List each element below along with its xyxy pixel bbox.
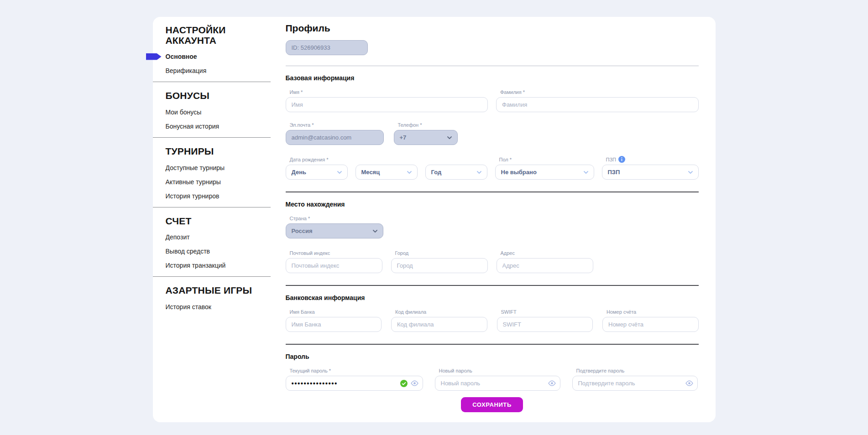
phone-field-group: Телефон * +7 bbox=[394, 122, 458, 145]
phone-label: Телефон * bbox=[398, 122, 458, 128]
city-label: Город bbox=[395, 250, 488, 256]
branch-code-field-group: Код филиала bbox=[391, 309, 487, 332]
eye-icon[interactable] bbox=[411, 380, 418, 386]
gender-field-group: Пол * Не выбрано bbox=[495, 156, 594, 180]
sidebar-item-label: Депозит bbox=[166, 233, 190, 241]
country-select: Россия bbox=[286, 223, 383, 238]
last-name-input[interactable] bbox=[496, 97, 699, 112]
new-password-field-group: Новый пароль bbox=[435, 368, 560, 391]
sidebar-group-title: ТУРНИРЫ bbox=[166, 146, 271, 157]
phone-code-value: +7 bbox=[400, 134, 407, 141]
address-label: Адрес bbox=[501, 250, 593, 256]
sidebar-divider bbox=[153, 207, 271, 207]
confirm-password-field-group: Подтвердите пароль bbox=[572, 368, 698, 391]
first-name-label: Имя * bbox=[290, 89, 488, 95]
gender-select[interactable]: Не выбрано bbox=[495, 165, 594, 180]
first-name-input[interactable] bbox=[286, 97, 488, 112]
chevron-down-icon bbox=[407, 171, 412, 174]
branch-code-input[interactable] bbox=[391, 317, 487, 332]
postal-code-field-group: Почтовый индекс bbox=[286, 250, 382, 273]
swift-input[interactable] bbox=[497, 317, 593, 332]
swift-label: SWIFT bbox=[501, 309, 593, 315]
eye-icon[interactable] bbox=[685, 380, 693, 386]
sidebar-item-label: Бонусная история bbox=[166, 123, 220, 130]
birth-day-field-group: Дата рождения * День bbox=[286, 156, 348, 180]
sidebar-group-title: АЗАРТНЫЕ ИГРЫ bbox=[166, 285, 271, 296]
birth-month-value: Месяц bbox=[361, 169, 380, 176]
birth-year-select[interactable]: Год bbox=[425, 165, 487, 180]
confirm-password-label: Подтвердите пароль bbox=[576, 368, 698, 373]
branch-code-label: Код филиала bbox=[395, 309, 487, 315]
current-password-label: Текущий пароль * bbox=[290, 368, 423, 373]
info-icon[interactable] bbox=[618, 156, 625, 163]
country-value: Россия bbox=[292, 228, 313, 234]
sidebar-item-verification[interactable]: Верификация bbox=[166, 67, 271, 74]
sidebar-item-label: Верификация bbox=[166, 67, 207, 74]
postal-code-label: Почтовый индекс bbox=[290, 250, 382, 256]
last-name-field-group: Фамилия * bbox=[496, 89, 699, 112]
sidebar-item-label: Доступные турниры bbox=[166, 164, 225, 171]
section-divider bbox=[286, 285, 699, 286]
pep-label: ПЗП bbox=[606, 157, 616, 162]
gender-value: Не выбрано bbox=[501, 169, 537, 176]
sidebar-group-bonuses: БОНУСЫ Мои бонусы Бонусная история bbox=[153, 91, 271, 129]
section-title-basic-info: Базовая информация bbox=[286, 74, 699, 82]
pep-field-group: ПЗП ПЗП bbox=[602, 156, 699, 180]
sidebar-group-gambling: АЗАРТНЫЕ ИГРЫ История ставок bbox=[153, 285, 271, 310]
sidebar-item-tournament-history[interactable]: История турниров bbox=[166, 193, 271, 199]
section-title-password: Пароль bbox=[286, 353, 699, 360]
birth-year-field-group: Год bbox=[425, 156, 487, 180]
sidebar-item-bonus-history[interactable]: Бонусная история bbox=[166, 123, 271, 129]
gender-label: Пол * bbox=[499, 156, 594, 162]
chevron-down-icon bbox=[477, 171, 481, 174]
email-label: Эл.почта * bbox=[290, 122, 384, 128]
pep-select[interactable]: ПЗП bbox=[602, 165, 699, 180]
section-divider bbox=[286, 66, 699, 66]
sidebar-item-withdrawal[interactable]: Вывод средств bbox=[166, 248, 271, 254]
sidebar-item-label: Основное bbox=[166, 53, 197, 60]
confirm-password-input[interactable] bbox=[572, 376, 698, 391]
birth-day-select[interactable]: День bbox=[286, 165, 348, 180]
save-button[interactable]: СОХРАНИТЬ bbox=[461, 397, 523, 412]
section-title-location: Место нахождения bbox=[286, 201, 699, 208]
account-number-input[interactable] bbox=[602, 317, 699, 332]
sidebar: НАСТРОЙКИ АККАУНТА Основное Верификация … bbox=[153, 17, 271, 422]
chevron-down-icon bbox=[688, 171, 693, 174]
sidebar-item-available-tournaments[interactable]: Доступные турниры bbox=[166, 165, 271, 171]
birth-month-select[interactable]: Месяц bbox=[356, 165, 418, 180]
birth-date-label: Дата рождения * bbox=[290, 156, 348, 162]
pep-value: ПЗП bbox=[608, 169, 620, 176]
profile-form: Профиль Базовая информация Имя * Фамилия… bbox=[286, 17, 699, 422]
active-item-arrow-icon bbox=[146, 53, 162, 60]
email-field-group: Эл.почта * bbox=[286, 122, 384, 145]
account-number-label: Номер счёта bbox=[607, 309, 699, 315]
swift-field-group: SWIFT bbox=[497, 309, 593, 332]
sidebar-item-active-tournaments[interactable]: Активные турниры bbox=[166, 179, 271, 185]
sidebar-group-title: СЧЕТ bbox=[166, 216, 271, 227]
eye-icon[interactable] bbox=[548, 380, 556, 386]
sidebar-item-transaction-history[interactable]: История транзакций bbox=[166, 262, 271, 269]
sidebar-item-bet-history[interactable]: История ставок bbox=[166, 304, 271, 310]
sidebar-divider bbox=[153, 137, 271, 138]
sidebar-item-main[interactable]: Основное bbox=[166, 53, 271, 60]
chevron-down-icon bbox=[447, 136, 452, 139]
address-input[interactable] bbox=[497, 258, 593, 273]
page-title: Профиль bbox=[286, 23, 699, 34]
bank-name-input[interactable] bbox=[286, 317, 382, 332]
birth-year-value: Год bbox=[431, 169, 442, 176]
check-circle-icon bbox=[400, 380, 408, 387]
section-divider bbox=[286, 344, 699, 345]
sidebar-item-label: Мои бонусы bbox=[166, 109, 202, 116]
phone-code-select: +7 bbox=[394, 130, 458, 145]
new-password-input[interactable] bbox=[435, 376, 560, 391]
sidebar-group-tournaments: ТУРНИРЫ Доступные турниры Активные турни… bbox=[153, 146, 271, 199]
sidebar-divider bbox=[153, 82, 271, 82]
postal-code-input[interactable] bbox=[286, 258, 382, 273]
last-name-label: Фамилия * bbox=[500, 89, 699, 95]
sidebar-item-deposit[interactable]: Депозит bbox=[166, 234, 271, 240]
chevron-down-icon bbox=[584, 171, 588, 174]
new-password-label: Новый пароль bbox=[439, 368, 560, 373]
city-input[interactable] bbox=[391, 258, 488, 273]
sidebar-item-my-bonuses[interactable]: Мои бонусы bbox=[166, 109, 271, 115]
section-divider bbox=[286, 192, 699, 192]
